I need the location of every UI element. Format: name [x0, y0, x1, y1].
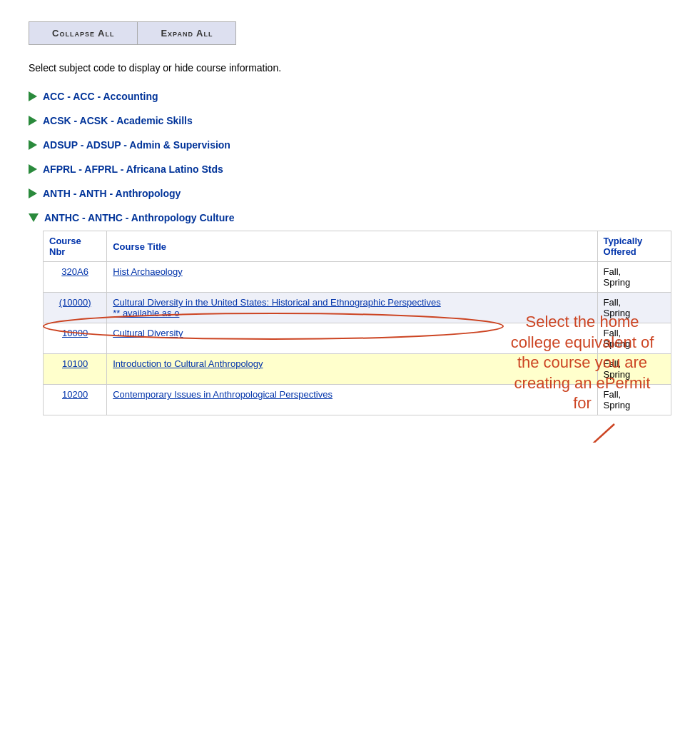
list-item: ANTH - ANTH - Anthropology — [29, 188, 671, 199]
course-title: Cultural Diversity — [107, 323, 597, 354]
col-header-title: Course Title — [107, 231, 597, 262]
course-title-link[interactable]: Cultural Diversity in the United States:… — [113, 297, 441, 308]
course-title: Cultural Diversity in the United States:… — [107, 293, 597, 323]
expand-all-button[interactable]: Expand All — [137, 21, 236, 45]
course-offered: Fall,Spring — [597, 354, 671, 385]
course-table: CourseNbr Course Title TypicallyOffered … — [43, 231, 671, 415]
triangle-down-icon — [29, 213, 39, 222]
course-offered: Fall,Spring — [597, 262, 671, 293]
page-wrapper: Collapse All Expand All Select subject c… — [29, 21, 671, 415]
course-title: Introduction to Cultural Anthropology — [107, 354, 597, 385]
course-offered: Fall,Spring — [597, 323, 671, 354]
subject-header-anth[interactable]: ANTH - ANTH - Anthropology — [29, 188, 671, 199]
course-title: Contemporary Issues in Anthropological P… — [107, 385, 597, 415]
available-note-link[interactable]: ** available as o — [113, 308, 179, 318]
table-row: 320A6 Hist Archaeology Fall,Spring — [44, 262, 671, 293]
table-row: 10000 Cultural Diversity Fall,Spring — [44, 323, 671, 354]
subject-label: ACSK - ACSK - Academic Skills — [43, 115, 193, 126]
instruction-text: Select subject code to display or hide c… — [29, 62, 671, 74]
subject-header-acsk[interactable]: ACSK - ACSK - Academic Skills — [29, 115, 671, 126]
subject-list: ACC - ACC - Accounting ACSK - ACSK - Aca… — [29, 91, 671, 415]
triangle-right-icon — [29, 116, 37, 126]
col-header-offered: TypicallyOffered — [597, 231, 671, 262]
course-offered: Fall,Spring — [597, 293, 671, 323]
collapse-all-button[interactable]: Collapse All — [29, 21, 137, 45]
course-title-link[interactable]: Hist Archaeology — [113, 266, 183, 277]
triangle-right-icon — [29, 91, 37, 101]
list-item: AFPRL - AFPRL - Africana Latino Stds — [29, 163, 671, 175]
course-title-link[interactable]: Cultural Diversity — [113, 328, 183, 338]
course-offered: Fall,Spring — [597, 385, 671, 415]
triangle-right-icon — [29, 164, 37, 174]
table-row: 10200 Contemporary Issues in Anthropolog… — [44, 385, 671, 415]
list-item: ADSUP - ADSUP - Admin & Supervision — [29, 139, 671, 151]
course-nbr: (10000) — [44, 293, 107, 323]
toolbar: Collapse All Expand All — [29, 21, 671, 45]
subject-header-anthc[interactable]: ANTHC - ANTHC - Anthropology Culture — [29, 212, 671, 223]
course-title: Hist Archaeology — [107, 262, 597, 293]
triangle-right-icon — [29, 140, 37, 150]
table-row: (10000) Cultural Diversity in the United… — [44, 293, 671, 323]
course-nbr-link[interactable]: 320A6 — [61, 266, 88, 277]
subject-label: ADSUP - ADSUP - Admin & Supervision — [43, 139, 230, 151]
course-nbr: 10200 — [44, 385, 107, 415]
course-nbr-link[interactable]: 10000 — [62, 328, 88, 338]
list-item: ACSK - ACSK - Academic Skills — [29, 115, 671, 126]
course-nbr-link[interactable]: 10200 — [62, 389, 88, 400]
list-item: ACC - ACC - Accounting — [29, 91, 671, 102]
course-nbr: 320A6 — [44, 262, 107, 293]
list-item: ANTHC - ANTHC - Anthropology Culture Cou… — [29, 212, 671, 415]
subject-label: ANTH - ANTH - Anthropology — [43, 188, 181, 199]
subject-header-adsup[interactable]: ADSUP - ADSUP - Admin & Supervision — [29, 139, 671, 151]
col-header-nbr: CourseNbr — [44, 231, 107, 262]
table-row-highlighted: 10100 Introduction to Cultural Anthropol… — [44, 354, 671, 385]
subject-label: ANTHC - ANTHC - Anthropology Culture — [44, 212, 234, 223]
subject-header-afprl[interactable]: AFPRL - AFPRL - Africana Latino Stds — [29, 163, 671, 175]
annotation-arrow — [507, 417, 622, 443]
subject-label: AFPRL - AFPRL - Africana Latino Stds — [43, 163, 223, 175]
course-nbr: 10100 — [44, 354, 107, 385]
subject-header-acc[interactable]: ACC - ACC - Accounting — [29, 91, 671, 102]
course-title-link[interactable]: Contemporary Issues in Anthropological P… — [113, 389, 333, 400]
course-title-link[interactable]: Introduction to Cultural Anthropology — [113, 358, 263, 369]
course-nbr: 10000 — [44, 323, 107, 354]
subject-label: ACC - ACC - Accounting — [43, 91, 158, 102]
svg-line-1 — [536, 424, 614, 443]
course-table-wrapper: CourseNbr Course Title TypicallyOffered … — [29, 231, 671, 415]
course-nbr-link[interactable]: (10000) — [59, 297, 91, 308]
triangle-right-icon — [29, 188, 37, 198]
course-nbr-link[interactable]: 10100 — [62, 358, 88, 369]
